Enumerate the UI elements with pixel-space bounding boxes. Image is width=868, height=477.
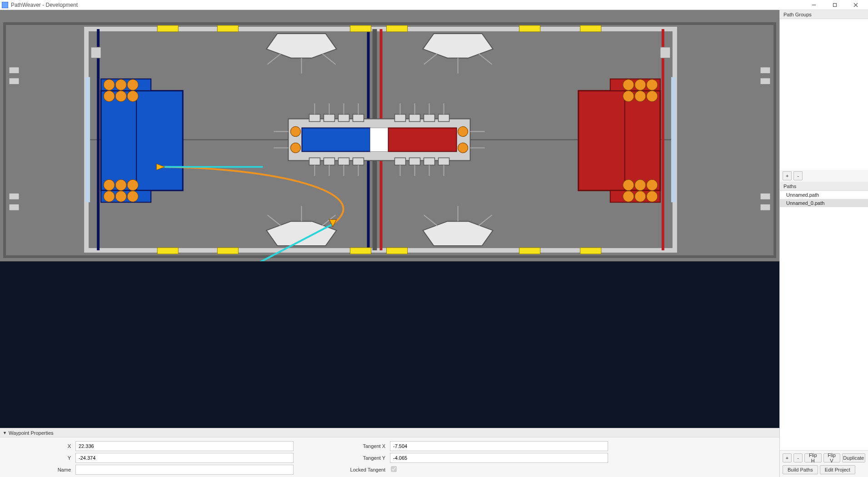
svg-rect-49 bbox=[324, 114, 334, 122]
build-paths-button[interactable]: Build Paths bbox=[783, 465, 818, 474]
svg-rect-61 bbox=[409, 158, 420, 165]
app-icon bbox=[2, 2, 8, 8]
window-maximize-button[interactable] bbox=[824, 0, 845, 10]
list-item[interactable]: Unnamed.path bbox=[780, 191, 868, 199]
svg-rect-54 bbox=[424, 114, 435, 122]
svg-point-38 bbox=[623, 179, 634, 190]
flip-v-button[interactable]: Flip V bbox=[823, 453, 840, 462]
svg-line-95 bbox=[479, 54, 492, 65]
remove-path-button[interactable]: - bbox=[793, 453, 803, 462]
add-group-button[interactable]: + bbox=[783, 171, 792, 180]
svg-point-37 bbox=[647, 91, 658, 102]
svg-rect-45 bbox=[302, 128, 370, 152]
x-input[interactable] bbox=[75, 441, 294, 451]
locked-tangent-checkbox[interactable] bbox=[391, 466, 397, 472]
svg-rect-50 bbox=[338, 114, 349, 122]
svg-rect-115 bbox=[580, 248, 601, 254]
svg-point-81 bbox=[290, 143, 300, 153]
svg-rect-126 bbox=[85, 77, 90, 203]
tangent-y-label: Tangent Y bbox=[296, 455, 387, 461]
svg-rect-116 bbox=[91, 47, 101, 58]
svg-point-35 bbox=[623, 91, 634, 102]
svg-rect-127 bbox=[671, 77, 676, 203]
svg-line-98 bbox=[267, 215, 281, 226]
svg-marker-88 bbox=[266, 34, 336, 58]
rocket-top-left bbox=[266, 34, 336, 74]
svg-point-83 bbox=[458, 143, 468, 153]
svg-point-24 bbox=[127, 179, 138, 190]
svg-rect-123 bbox=[760, 78, 770, 84]
paths-header: Paths bbox=[780, 182, 868, 191]
svg-rect-106 bbox=[350, 25, 371, 32]
flip-h-button[interactable]: Flip H bbox=[804, 453, 822, 462]
svg-point-26 bbox=[115, 191, 126, 202]
edit-project-button[interactable]: Edit Project bbox=[820, 465, 855, 474]
name-label: Name bbox=[0, 467, 73, 472]
name-input[interactable] bbox=[75, 465, 294, 475]
svg-point-82 bbox=[458, 127, 468, 137]
duplicate-button[interactable]: Duplicate bbox=[842, 453, 866, 462]
waypoint-properties-header[interactable]: ▼ Waypoint Properties bbox=[0, 428, 779, 437]
svg-point-33 bbox=[635, 80, 646, 90]
add-path-button[interactable]: + bbox=[783, 453, 792, 462]
svg-point-34 bbox=[647, 80, 658, 90]
window-minimize-button[interactable] bbox=[803, 0, 824, 10]
svg-rect-12 bbox=[101, 91, 183, 191]
svg-point-27 bbox=[127, 191, 138, 202]
svg-point-18 bbox=[127, 80, 138, 90]
y-label: Y bbox=[0, 455, 73, 461]
svg-line-91 bbox=[322, 54, 335, 65]
waypoint-properties-title: Waypoint Properties bbox=[9, 430, 54, 436]
window-title: PathWeaver - Development bbox=[11, 2, 78, 8]
svg-point-41 bbox=[623, 191, 634, 202]
remove-group-button[interactable]: - bbox=[793, 171, 803, 180]
svg-point-42 bbox=[635, 191, 646, 202]
svg-rect-57 bbox=[324, 158, 334, 165]
svg-rect-119 bbox=[9, 78, 19, 84]
svg-rect-52 bbox=[395, 114, 406, 122]
svg-rect-108 bbox=[519, 25, 540, 32]
log-output-area bbox=[0, 262, 779, 428]
window-close-button[interactable] bbox=[845, 0, 866, 10]
path-groups-list[interactable] bbox=[780, 19, 868, 170]
tangent-x-label: Tangent X bbox=[296, 443, 387, 449]
svg-rect-125 bbox=[760, 204, 770, 210]
svg-rect-111 bbox=[217, 248, 238, 254]
svg-point-32 bbox=[623, 80, 634, 90]
x-label: X bbox=[0, 443, 73, 449]
svg-point-25 bbox=[104, 191, 115, 202]
field-canvas[interactable] bbox=[0, 10, 779, 262]
svg-rect-112 bbox=[350, 248, 371, 254]
svg-rect-109 bbox=[580, 25, 601, 32]
svg-point-23 bbox=[115, 179, 126, 190]
rocket-top-right bbox=[423, 34, 493, 74]
svg-rect-110 bbox=[157, 248, 178, 254]
svg-rect-56 bbox=[309, 158, 320, 165]
rocket-bottom-right bbox=[423, 206, 493, 246]
svg-rect-1 bbox=[833, 3, 837, 6]
tangent-y-input[interactable] bbox=[390, 453, 608, 463]
svg-rect-60 bbox=[395, 158, 406, 165]
svg-rect-120 bbox=[9, 193, 19, 199]
svg-point-36 bbox=[635, 91, 646, 102]
svg-rect-118 bbox=[9, 67, 19, 74]
svg-point-43 bbox=[647, 191, 658, 202]
svg-rect-114 bbox=[519, 248, 540, 254]
svg-line-94 bbox=[424, 54, 438, 65]
paths-list[interactable]: Unnamed.pathUnnamed_0.path bbox=[780, 191, 868, 450]
tangent-x-input[interactable] bbox=[390, 441, 608, 451]
svg-rect-113 bbox=[386, 248, 407, 254]
svg-point-17 bbox=[115, 80, 126, 90]
svg-rect-47 bbox=[388, 128, 456, 152]
list-item[interactable]: Unnamed_0.path bbox=[780, 199, 868, 207]
svg-rect-46 bbox=[370, 128, 388, 152]
locked-tangent-label: Locked Tangent bbox=[296, 467, 387, 472]
svg-rect-59 bbox=[353, 158, 364, 165]
svg-rect-48 bbox=[309, 114, 320, 122]
svg-rect-58 bbox=[338, 158, 349, 165]
waypoint-properties-panel: ▼ Waypoint Properties X Tangent X Y Tang… bbox=[0, 428, 779, 477]
y-input[interactable] bbox=[75, 453, 294, 463]
svg-rect-105 bbox=[217, 25, 238, 32]
svg-marker-92 bbox=[423, 34, 493, 58]
svg-rect-51 bbox=[353, 114, 364, 122]
